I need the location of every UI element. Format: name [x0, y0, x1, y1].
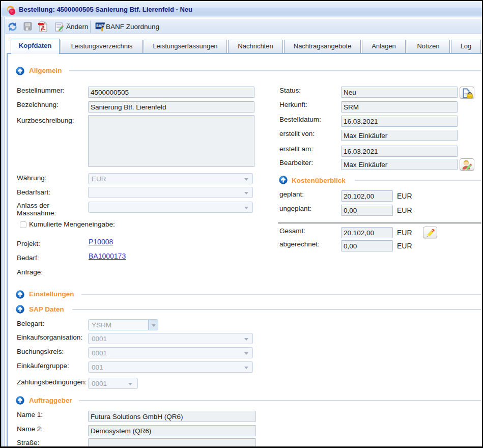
svg-text:SAP: SAP — [96, 23, 104, 28]
